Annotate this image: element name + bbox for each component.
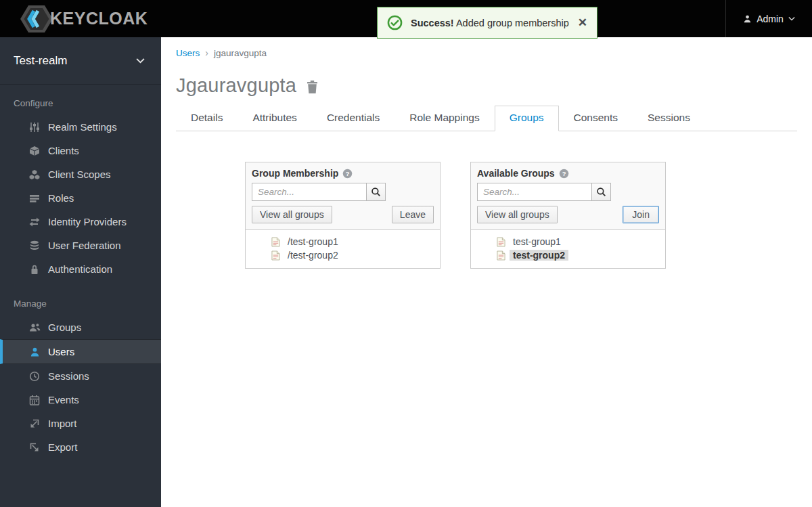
breadcrumb-separator: › [205, 47, 208, 58]
search-button[interactable] [366, 183, 386, 201]
sidebar-item-label: Authentication [48, 263, 112, 275]
groups-panels: Group Membership ? [245, 162, 812, 269]
user-icon [743, 14, 752, 24]
available-group-item-selected[interactable]: test-group2 [471, 248, 665, 262]
exchange-icon [28, 217, 41, 227]
tab-role-mappings[interactable]: Role Mappings [394, 106, 494, 131]
chevron-down-icon [136, 58, 145, 64]
sidebar-item-label: Export [48, 441, 77, 453]
tab-sessions[interactable]: Sessions [633, 106, 705, 131]
page-title: Jgauravgupta [176, 74, 296, 97]
question-circle-icon[interactable]: ? [559, 169, 569, 179]
chevron-down-icon [788, 16, 795, 21]
list-icon [28, 193, 41, 204]
tab-credentials[interactable]: Credentials [312, 106, 394, 131]
database-icon [28, 240, 41, 251]
notification-message: Added group membership [456, 18, 569, 28]
close-icon[interactable]: ✕ [571, 16, 587, 30]
group-membership-title: Group Membership [252, 168, 338, 179]
group-membership-item[interactable]: /test-group2 [246, 248, 440, 262]
group-membership-panel: Group Membership ? [245, 162, 441, 269]
available-groups-title: Available Groups [477, 168, 555, 179]
sidebar-item-sessions[interactable]: Sessions [0, 364, 161, 388]
group-membership-list: /test-group1 /test-group2 [246, 229, 440, 268]
join-button[interactable]: Join [623, 206, 659, 223]
search-icon [596, 187, 606, 197]
sidebar-item-label: Sessions [48, 370, 89, 382]
trash-icon[interactable] [306, 80, 319, 94]
tab-attributes[interactable]: Attributes [238, 106, 311, 131]
sidebar-item-export[interactable]: Export [0, 435, 161, 459]
logo-text: KEYCLOAK [50, 9, 148, 28]
group-membership-header: Group Membership ? [246, 162, 440, 229]
view-all-groups-button[interactable]: View all groups [477, 206, 558, 223]
import-icon [28, 418, 41, 429]
tab-consents[interactable]: Consents [559, 106, 633, 131]
sidebar-item-clients[interactable]: Clients [0, 139, 161, 162]
breadcrumb-current: jgauravgupta [214, 48, 267, 58]
group-label: /test-group1 [284, 236, 342, 247]
tab-details[interactable]: Details [176, 106, 238, 131]
sidebar-item-label: Clients [48, 145, 79, 156]
realm-selector[interactable]: Test-realm [0, 37, 161, 85]
user-menu-label: Admin [757, 14, 784, 24]
sidebar-heading-configure: Configure [0, 85, 161, 115]
cube-icon [28, 146, 41, 156]
clock-icon [28, 371, 41, 382]
group-label: test-group2 [510, 250, 568, 261]
search-button[interactable] [591, 183, 611, 201]
sidebar-item-user-federation[interactable]: User Federation [0, 234, 161, 257]
sidebar-item-users[interactable]: Users [0, 339, 161, 364]
file-icon [271, 250, 280, 261]
sidebar-item-import[interactable]: Import [0, 412, 161, 435]
search-icon [371, 187, 381, 197]
export-icon [28, 442, 41, 453]
check-circle-icon [387, 15, 403, 30]
keycloak-logo: KEYCLOAK [19, 4, 148, 34]
sidebar-item-label: Identity Providers [48, 216, 127, 227]
keycloak-admin-console: KEYCLOAK Admin Success! Added group memb… [0, 0, 812, 507]
breadcrumb-users-link[interactable]: Users [176, 48, 200, 58]
svg-text:?: ? [562, 170, 566, 177]
sidebar-item-client-scopes[interactable]: Client Scopes [0, 162, 161, 186]
sidebar-heading-manage: Manage [0, 281, 161, 315]
realm-selector-label: Test-realm [14, 54, 67, 68]
file-icon [497, 237, 505, 247]
group-membership-item[interactable]: /test-group1 [246, 235, 440, 248]
sidebar-item-label: Realm Settings [48, 121, 117, 133]
file-icon [497, 250, 505, 261]
lock-icon [28, 264, 41, 275]
success-notification: Success! Added group membership ✕ [377, 7, 597, 39]
group-membership-search-input[interactable] [252, 183, 367, 201]
group-icon [28, 322, 41, 333]
question-circle-icon[interactable]: ? [342, 169, 353, 179]
file-icon [271, 237, 280, 247]
user-menu[interactable]: Admin [725, 0, 812, 37]
title-row: Jgauravgupta [176, 74, 812, 97]
available-group-item[interactable]: test-group1 [471, 235, 665, 248]
sidebar-item-events[interactable]: Events [0, 388, 161, 412]
cubes-icon [28, 169, 41, 180]
sidebar-item-authentication[interactable]: Authentication [0, 257, 161, 281]
user-icon [28, 347, 41, 357]
notification-text: Success! Added group membership [411, 18, 569, 28]
sidebar-item-label: Client Scopes [48, 169, 111, 180]
tab-groups[interactable]: Groups [495, 106, 559, 131]
calendar-icon [28, 395, 41, 405]
notification-title: Success! [411, 18, 454, 28]
leave-button[interactable]: Leave [392, 206, 434, 223]
sidebar-item-label: Users [48, 346, 74, 357]
view-all-groups-button[interactable]: View all groups [252, 206, 332, 223]
sidebar-item-label: Groups [48, 322, 81, 333]
breadcrumb: Users › jgauravgupta [161, 37, 812, 58]
sidebar-item-groups[interactable]: Groups [0, 315, 161, 339]
main-content: Users › jgauravgupta Jgauravgupta Detail… [161, 37, 812, 507]
sidebar-item-roles[interactable]: Roles [0, 186, 161, 210]
available-groups-list: test-group1 test-group2 [471, 229, 665, 268]
group-label: test-group1 [510, 236, 564, 247]
sidebar-item-label: Events [48, 394, 79, 405]
sidebar-item-realm-settings[interactable]: Realm Settings [0, 115, 161, 139]
available-groups-search-input[interactable] [477, 183, 592, 201]
sidebar-item-identity-providers[interactable]: Identity Providers [0, 210, 161, 234]
sidebar-item-label: Import [48, 418, 77, 429]
